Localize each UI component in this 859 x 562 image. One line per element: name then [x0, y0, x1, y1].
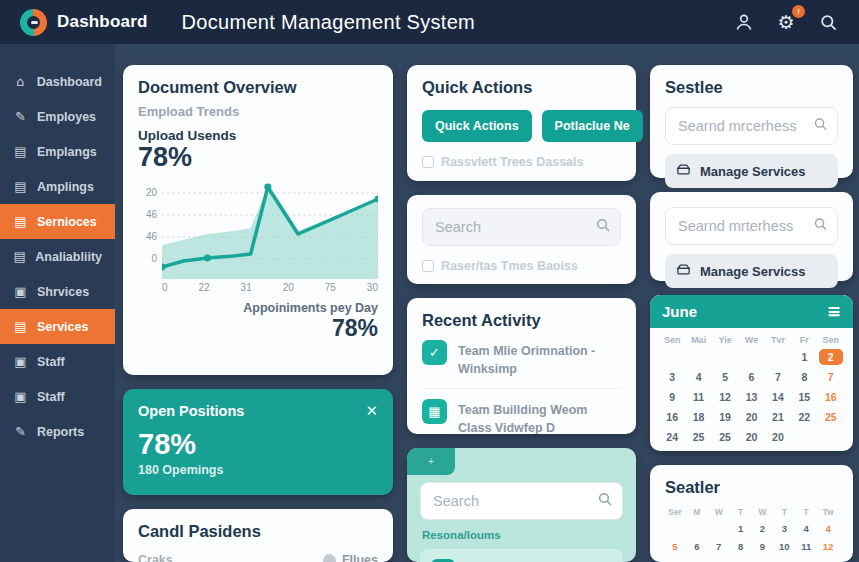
calendar-day[interactable]: 20: [739, 429, 763, 445]
calendar-day[interactable]: 37: [774, 558, 794, 562]
sidebar-item-analiabliity[interactable]: ▤Analiabliity: [0, 239, 115, 274]
sidebar-item-shrvices[interactable]: ▣Shrvices: [0, 274, 115, 309]
sidebar-item-sernioces[interactable]: ▤Sernioces: [0, 204, 115, 239]
chart-x-axis: 02231207530: [162, 282, 378, 293]
archive-icon: [676, 262, 691, 280]
calendar-day[interactable]: 31: [660, 449, 684, 451]
booking-entry[interactable]: ✎ Paynsort: Dret: Jane J. Reso Nees: [420, 549, 623, 562]
calendar-day[interactable]: 3: [774, 522, 794, 535]
open-positions-value: 78%: [138, 430, 378, 459]
manage-services-button[interactable]: Manage Servicss: [665, 254, 838, 288]
calendar-day[interactable]: 5: [665, 540, 685, 553]
calendar-day[interactable]: 4: [818, 522, 838, 535]
calendar-day[interactable]: 25: [713, 429, 737, 445]
calendar-day[interactable]: 6: [739, 369, 763, 385]
chart-plot: [162, 179, 378, 279]
calendar-day[interactable]: 7: [709, 540, 729, 553]
sidebar-item-staff[interactable]: ▣Staff: [0, 344, 115, 379]
booking-search-input[interactable]: [420, 482, 623, 520]
calendar-day[interactable]: 2: [819, 349, 843, 365]
hamburger-menu-icon[interactable]: ≡: [827, 303, 841, 320]
sidebar-item-amplings[interactable]: ▤Amplings: [0, 169, 115, 204]
sidebar-item-staff[interactable]: ▣Staff: [0, 379, 115, 414]
calendar-day[interactable]: 6: [687, 540, 707, 553]
main-content: Document Overview Empload Trends Upload …: [115, 44, 859, 562]
close-icon[interactable]: ✕: [365, 402, 378, 420]
sidebar-item-services[interactable]: ▤Services: [0, 309, 115, 344]
calendar-day[interactable]: 8: [792, 369, 816, 385]
notification-badge: !: [792, 5, 805, 18]
open-positions-sub: 180 Opemings: [138, 463, 378, 477]
calendar-day[interactable]: 16: [753, 558, 773, 562]
calendar-day[interactable]: 12: [818, 540, 838, 553]
calendar-day[interactable]: 14: [766, 389, 790, 405]
booking-search-box: [420, 482, 623, 520]
search-icon[interactable]: [817, 11, 839, 33]
calendar-day[interactable]: 2: [753, 522, 773, 535]
calendar-day[interactable]: 20: [739, 409, 763, 425]
calendar-day[interactable]: 18: [686, 409, 710, 425]
search-input[interactable]: [422, 208, 621, 246]
calendar-day[interactable]: 7: [819, 369, 843, 385]
calendar-day[interactable]: 11: [686, 389, 710, 405]
calendar-day-header: Tvr: [766, 335, 790, 345]
sidebar-item-label: Dashboard: [37, 75, 102, 89]
settings-gear-icon[interactable]: ⚙ !: [775, 11, 797, 33]
candidates-card: Candl Pasidens Craks Fllues: [123, 509, 393, 562]
calendar-day[interactable]: 11: [796, 540, 816, 553]
y-tick-label: 0: [151, 253, 157, 264]
quick-action-button[interactable]: Potlaclue Ne: [542, 110, 643, 142]
calendar-day[interactable]: 10: [774, 540, 794, 553]
card-tab[interactable]: +: [407, 448, 455, 475]
sidebar-item-employes[interactable]: ✎Employes: [0, 99, 115, 134]
search-card-note: Raser/tas Tmes Baoiss: [422, 259, 621, 273]
calendar-day[interactable]: 13: [687, 558, 707, 562]
calendar-day[interactable]: 4: [686, 369, 710, 385]
calendar-day[interactable]: 25: [819, 409, 843, 425]
activity-item[interactable]: ✓Team Mlie Orimnation - Winksimp: [422, 330, 621, 388]
calendar-day[interactable]: 15: [665, 558, 685, 562]
calendar-day[interactable]: 1: [792, 349, 816, 365]
calendar-day[interactable]: 26: [796, 558, 816, 562]
calendar-day[interactable]: 22: [792, 409, 816, 425]
calendar-day-header: W: [753, 507, 773, 517]
metric-value: 78%: [138, 143, 378, 171]
calendar-day[interactable]: 8: [731, 540, 751, 553]
calendar-day[interactable]: 16: [660, 409, 684, 425]
calendar-day[interactable]: 5: [713, 369, 737, 385]
calendar-day[interactable]: 25: [818, 558, 838, 562]
sidebar-item-dashboard[interactable]: ⌂Dashboard: [0, 64, 115, 99]
calendar-day[interactable]: 12: [713, 389, 737, 405]
calendar-day: [713, 349, 737, 365]
calendar-day[interactable]: 19: [713, 409, 737, 425]
card-title: Sestlee: [665, 78, 838, 97]
calendar-day[interactable]: 15: [731, 558, 751, 562]
sidebar-item-emplangs[interactable]: ▤Emplangs: [0, 134, 115, 169]
app-window: Dashboard Document Management System ⚙ !…: [0, 0, 859, 562]
calendar-month: June: [662, 303, 697, 320]
calendar-day-header: T: [774, 507, 794, 517]
calendar-day[interactable]: 9: [753, 540, 773, 553]
manage-services-button[interactable]: Manage Services: [665, 154, 838, 188]
calendar-day[interactable]: 4: [796, 522, 816, 535]
grid-icon: ▦: [422, 399, 447, 424]
calendar-day[interactable]: 7: [766, 369, 790, 385]
quick-action-button[interactable]: Quick Actions: [422, 110, 532, 142]
calendar-body: SenMaiYieWeTvrFrSen123456787911121314151…: [650, 328, 853, 451]
calendar-day[interactable]: 24: [660, 429, 684, 445]
calendar-day[interactable]: 14: [709, 558, 729, 562]
calendar-day[interactable]: 9: [660, 389, 684, 405]
sidebar-item-reports[interactable]: ✎Reports: [0, 414, 115, 449]
calendar-day[interactable]: 25: [686, 429, 710, 445]
calendar-day[interactable]: 20: [766, 429, 790, 445]
calendar-day[interactable]: 16: [819, 389, 843, 405]
calendar-day[interactable]: 21: [766, 409, 790, 425]
calendar-day[interactable]: 15: [792, 389, 816, 405]
calendar-day[interactable]: 3: [660, 369, 684, 385]
user-icon[interactable]: [733, 11, 755, 33]
calendar-day[interactable]: 13: [739, 389, 763, 405]
activity-item[interactable]: ▦Team Buillding Weom Class Vidwfep D: [422, 388, 621, 434]
calendar-day[interactable]: 1: [731, 522, 751, 535]
y-tick-label: 46: [146, 231, 157, 242]
booking-card: + Resona/loums ✎ Paynsort: Dr: [407, 448, 636, 562]
